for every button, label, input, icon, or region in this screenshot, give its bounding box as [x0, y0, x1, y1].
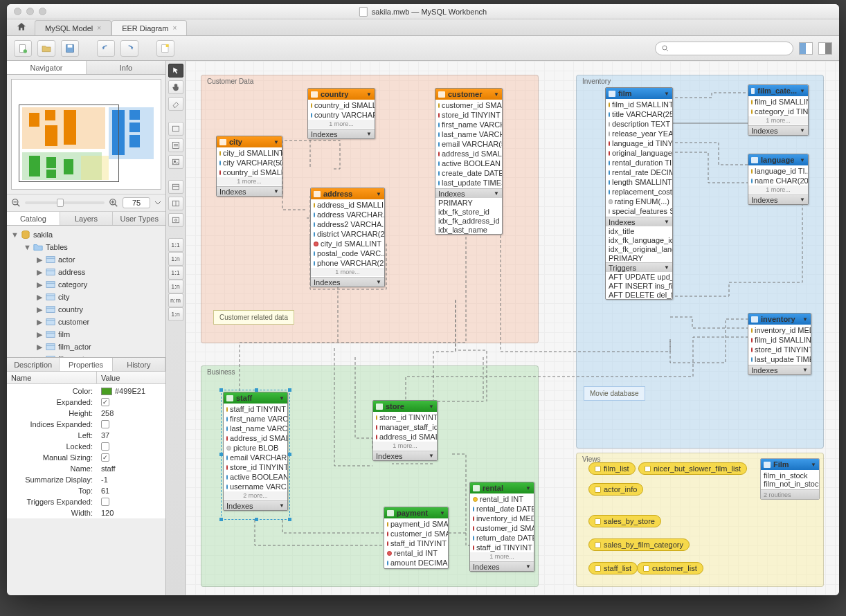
- redo-button[interactable]: [120, 40, 138, 57]
- tab-history[interactable]: History: [113, 358, 165, 371]
- view-nicer_but_slower_film_list[interactable]: nicer_but_slower_film_list: [638, 462, 747, 475]
- tab-mysql-model[interactable]: MySQL Model×: [35, 20, 111, 35]
- table-film-category[interactable]: film_cate...▼film_id SMALLINTcategory_id…: [748, 84, 809, 136]
- table-store[interactable]: store▼store_id TINYINTmanager_staff_id..…: [372, 400, 438, 461]
- view-customer_list[interactable]: customer_list: [637, 562, 703, 574]
- table-city[interactable]: city▼city_id SMALLINTcity VARCHAR(50)cou…: [216, 136, 282, 197]
- property-row[interactable]: Expanded:✓: [7, 397, 165, 408]
- schema-node[interactable]: ▼sakila: [8, 228, 164, 241]
- view-sales_by_store[interactable]: sales_by_store: [588, 515, 661, 527]
- view-sales_by_film_category[interactable]: sales_by_film_category: [588, 538, 690, 551]
- diagram-canvas[interactable]: Customer Data Inventory Business Views C…: [186, 61, 839, 595]
- property-row[interactable]: Locked:: [7, 441, 165, 452]
- toggle-left-panel[interactable]: [799, 42, 813, 55]
- property-row[interactable]: Height:258: [7, 408, 165, 419]
- svg-rect-26: [46, 319, 55, 325]
- svg-rect-46: [172, 184, 179, 190]
- svg-rect-5: [166, 44, 169, 47]
- zoom-in-icon[interactable]: [109, 198, 118, 208]
- svg-point-1: [24, 49, 27, 53]
- view-staff_list[interactable]: staff_list: [588, 562, 638, 574]
- tool-select[interactable]: [168, 64, 183, 78]
- tool-layer[interactable]: [168, 122, 183, 136]
- table-inventory[interactable]: inventory▼inventory_id MED...film_id SMA…: [748, 313, 811, 375]
- tool-note[interactable]: [168, 138, 183, 152]
- tool-relation-4[interactable]: n:m: [168, 293, 183, 307]
- tab-info[interactable]: Info: [87, 61, 165, 74]
- table-payment[interactable]: payment▼payment_id SMA...customer_id SMA…: [384, 507, 449, 569]
- property-row[interactable]: Triggers Expanded:: [7, 496, 165, 507]
- tool-relation-1[interactable]: 1:n: [168, 252, 183, 266]
- home-icon[interactable]: [15, 21, 28, 33]
- search-input[interactable]: [655, 42, 793, 55]
- tool-table[interactable]: [168, 180, 183, 194]
- tab-properties[interactable]: Properties: [60, 358, 112, 371]
- minimize-window-icon[interactable]: [26, 8, 34, 15]
- zoom-out-icon[interactable]: [11, 198, 21, 208]
- tool-relation-0[interactable]: 1:1: [168, 238, 183, 252]
- table-node[interactable]: ▶address: [8, 266, 164, 278]
- property-row[interactable]: Top:61: [7, 485, 165, 496]
- property-row[interactable]: Summarize Display:-1: [7, 474, 165, 485]
- toggle-right-panel[interactable]: [818, 42, 832, 55]
- svg-rect-44: [172, 159, 179, 165]
- property-row[interactable]: Indices Expanded:: [7, 419, 165, 430]
- property-row[interactable]: Color:#499E21: [7, 386, 165, 397]
- minimap[interactable]: [11, 79, 161, 190]
- new-document-button[interactable]: [14, 40, 32, 57]
- zoom-window-icon[interactable]: [39, 8, 46, 15]
- property-row[interactable]: Name:staff: [7, 463, 165, 474]
- svg-rect-50: [172, 217, 179, 223]
- table-node[interactable]: ▶category: [8, 278, 164, 291]
- routines-film[interactable]: Film▼ film_in_stockfilm_not_in_stock 2 r…: [760, 458, 820, 500]
- view-actor_info[interactable]: actor_info: [588, 483, 643, 496]
- table-language[interactable]: language▼language_id TI...name CHAR(20)1…: [748, 154, 809, 205]
- tool-relation-3[interactable]: 1:n: [168, 280, 183, 293]
- tool-view[interactable]: [168, 197, 183, 210]
- tab-navigator[interactable]: Navigator: [7, 61, 87, 74]
- save-button[interactable]: [61, 40, 79, 57]
- label-inventory[interactable]: Movie database: [584, 386, 645, 401]
- tab-layers[interactable]: Layers: [60, 212, 114, 225]
- tables-folder[interactable]: ▼Tables: [8, 241, 164, 253]
- table-customer[interactable]: customer▼customer_id SMAL...store_id TIN…: [435, 88, 503, 235]
- property-row[interactable]: Left:37: [7, 430, 165, 441]
- close-tab-icon[interactable]: ×: [172, 24, 177, 32]
- tool-eraser[interactable]: [168, 97, 183, 111]
- table-node[interactable]: ▶city: [8, 291, 164, 303]
- open-button[interactable]: [37, 40, 55, 57]
- table-node[interactable]: ▶film: [8, 328, 164, 341]
- table-node[interactable]: ▶actor: [8, 253, 164, 266]
- tab-user-types[interactable]: User Types: [113, 212, 165, 225]
- label-customer[interactable]: Customer related data: [213, 310, 294, 325]
- tool-hand[interactable]: [168, 80, 183, 94]
- search-icon: [661, 44, 669, 53]
- table-node[interactable]: ▶customer: [8, 316, 164, 328]
- view-film_list[interactable]: film_list: [588, 462, 636, 475]
- close-tab-icon[interactable]: ×: [97, 24, 101, 32]
- tool-relation-2[interactable]: 1:1: [168, 266, 183, 280]
- table-staff[interactable]: staff▼staff_id TINYINTfirst_name VARC...…: [223, 392, 288, 511]
- zoom-dropdown-icon[interactable]: [154, 199, 161, 206]
- layer-options-button[interactable]: [156, 40, 174, 57]
- tool-routine[interactable]: [168, 213, 183, 227]
- zoom-value[interactable]: 75: [123, 197, 150, 208]
- tab-eer-diagram[interactable]: EER Diagram×: [111, 20, 187, 35]
- table-node[interactable]: ▶country: [8, 303, 164, 316]
- table-country[interactable]: country▼country_id SMALLINTcountry VARCH…: [307, 88, 375, 139]
- tab-description[interactable]: Description: [7, 358, 60, 371]
- table-address[interactable]: address▼address_id SMALLI...address VARC…: [310, 188, 385, 287]
- svg-rect-24: [46, 307, 55, 313]
- tab-catalog[interactable]: Catalog: [7, 212, 60, 225]
- zoom-slider[interactable]: [25, 201, 105, 204]
- property-row[interactable]: Manual Sizing:✓: [7, 452, 165, 463]
- undo-button[interactable]: [97, 40, 115, 57]
- property-row[interactable]: Width:120: [7, 507, 165, 518]
- close-window-icon[interactable]: [14, 8, 21, 15]
- table-film[interactable]: film▼film_id SMALLINTtitle VARCHAR(255)d…: [605, 87, 673, 300]
- tool-relation-5[interactable]: 1:n: [168, 307, 183, 321]
- tool-image[interactable]: [168, 155, 183, 169]
- table-node[interactable]: ▶film_actor: [8, 341, 164, 353]
- table-rental[interactable]: rental▼rental_id INTrental_date DATE...i…: [469, 482, 534, 572]
- catalog-tree[interactable]: ▼sakila ▼Tables ▶actor▶address▶category▶…: [7, 226, 165, 357]
